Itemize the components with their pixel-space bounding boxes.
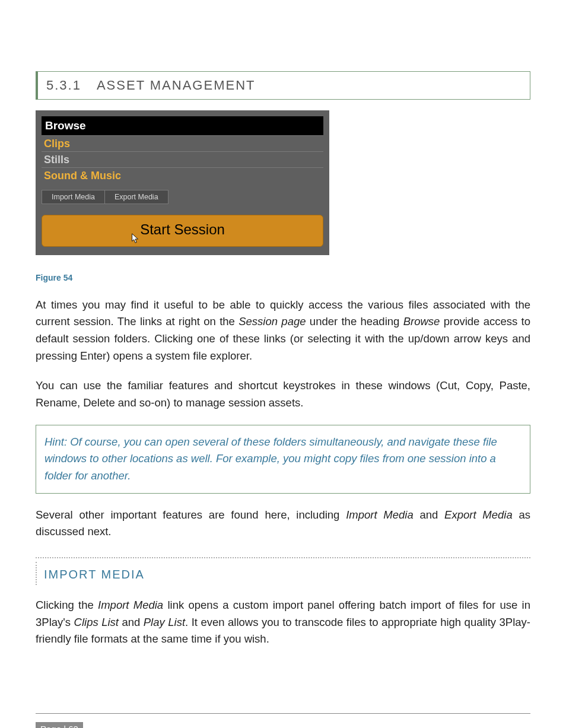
document-page: 5.3.1ASSET MANAGEMENT Browse Clips Still… [0, 0, 566, 728]
footer-rule [36, 713, 530, 714]
start-session-wrap: Start Session [42, 215, 323, 247]
section-number: 5.3.1 [46, 78, 81, 93]
app-panel-screenshot: Browse Clips Stills Sound & Music Import… [36, 110, 329, 255]
hint-box: Hint: Of course, you can open several of… [36, 425, 530, 494]
panel-link-sound[interactable]: Sound & Music [42, 168, 323, 183]
export-media-button[interactable]: Export Media [105, 190, 168, 204]
panel-heading-browse: Browse [42, 116, 323, 136]
cursor-icon [131, 233, 139, 244]
panel-link-stills[interactable]: Stills [42, 152, 323, 168]
panel-button-row: Import Media Export Media [42, 190, 323, 204]
figure-label: Figure 54 [36, 273, 530, 282]
section-heading: 5.3.1ASSET MANAGEMENT [36, 71, 530, 100]
paragraph-2: You can use the familiar features and sh… [36, 377, 530, 411]
dotted-rule [36, 557, 530, 558]
start-session-button[interactable]: Start Session [42, 215, 323, 247]
panel-link-clips[interactable]: Clips [42, 136, 323, 152]
page-footer: Page | 62 [36, 713, 530, 728]
start-session-label: Start Session [140, 221, 225, 237]
section-title: ASSET MANAGEMENT [97, 78, 256, 93]
paragraph-3: Several other important features are fou… [36, 507, 530, 541]
subsection-heading-wrap: IMPORT MEDIA [36, 557, 530, 585]
paragraph-4: Clicking the Import Media link opens a c… [36, 597, 530, 648]
paragraph-1: At times you may find it useful to be ab… [36, 297, 530, 365]
import-media-button[interactable]: Import Media [42, 190, 105, 204]
page-number-badge: Page | 62 [36, 722, 83, 728]
subsection-heading: IMPORT MEDIA [36, 562, 530, 585]
